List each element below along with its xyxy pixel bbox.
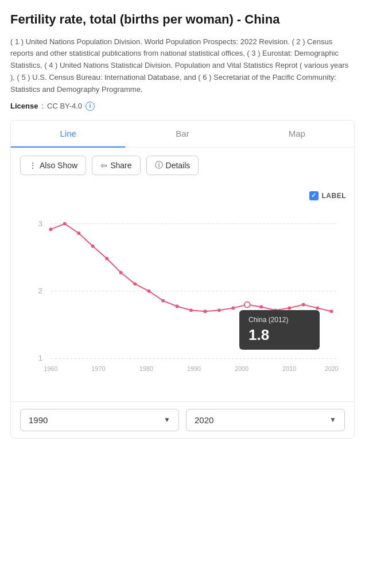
chart-toolbar: ⋮ Also Show ⇦ Share ⓘ Details: [11, 148, 354, 183]
tab-map[interactable]: Map: [240, 121, 354, 148]
license-row: License : CC BY-4.0 i: [10, 102, 355, 111]
details-icon: ⓘ: [155, 160, 163, 171]
share-icon: ⇦: [100, 161, 107, 170]
svg-point-9: [91, 244, 95, 247]
also-show-button[interactable]: ⋮ Also Show: [20, 156, 86, 175]
end-year-value: 2020: [195, 415, 213, 425]
svg-point-17: [204, 310, 207, 313]
also-show-label: Also Show: [40, 161, 77, 170]
details-button[interactable]: ⓘ Details: [146, 156, 199, 175]
tooltip-value: 1.8: [248, 326, 310, 344]
tab-bar[interactable]: Bar: [125, 121, 239, 148]
svg-text:3: 3: [38, 219, 42, 227]
chart-tabs: Line Bar Map: [11, 121, 354, 148]
svg-text:2020: 2020: [325, 365, 339, 372]
svg-point-6: [49, 227, 52, 231]
chart-bottom: 1990 ▼ 2020 ▼: [11, 401, 354, 438]
svg-point-24: [302, 303, 305, 306]
label-text: LABEL: [322, 192, 347, 200]
svg-point-26: [330, 310, 333, 313]
chart-area[interactable]: ✓ LABEL 3 2 1: [11, 183, 354, 401]
label-checkbox-row: ✓ LABEL: [309, 191, 347, 200]
svg-text:1: 1: [38, 354, 42, 362]
svg-point-8: [77, 231, 80, 235]
page-title: Fertility rate, total (births per woman)…: [10, 11, 355, 28]
svg-point-16: [189, 308, 193, 312]
svg-text:1980: 1980: [139, 365, 153, 372]
share-button[interactable]: ⇦ Share: [92, 156, 140, 175]
tab-line[interactable]: Line: [11, 121, 125, 148]
svg-point-23: [288, 306, 291, 310]
svg-point-13: [147, 289, 151, 293]
start-year-chevron: ▼: [164, 416, 170, 424]
svg-point-21: [259, 305, 263, 308]
svg-point-14: [161, 299, 165, 302]
svg-point-25: [316, 306, 319, 310]
svg-text:2010: 2010: [282, 365, 296, 372]
svg-point-19: [231, 306, 235, 310]
svg-point-18: [218, 308, 221, 312]
license-info-icon[interactable]: i: [86, 102, 95, 111]
chart-svg: 3 2 1: [34, 189, 348, 396]
end-year-select[interactable]: 2020 ▼: [186, 409, 345, 431]
svg-point-20: [244, 301, 250, 307]
svg-point-15: [176, 304, 179, 308]
details-label: Details: [166, 161, 191, 170]
svg-point-10: [105, 257, 108, 260]
svg-text:2000: 2000: [235, 365, 248, 372]
tooltip-title: China (2012): [248, 316, 310, 324]
license-value: CC BY-4.0: [47, 102, 82, 110]
end-year-chevron: ▼: [329, 416, 336, 424]
chart-container: Line Bar Map ⋮ Also Show ⇦ Share ⓘ Detai…: [10, 120, 355, 439]
svg-point-12: [133, 282, 137, 285]
license-label: License: [10, 102, 38, 110]
svg-point-11: [119, 270, 123, 274]
svg-point-7: [63, 222, 67, 225]
svg-text:1970: 1970: [92, 365, 106, 372]
start-year-value: 1990: [29, 415, 48, 425]
svg-text:2: 2: [38, 287, 42, 295]
label-checkbox[interactable]: ✓: [309, 191, 319, 200]
share-label: Share: [110, 161, 131, 170]
start-year-select[interactable]: 1990 ▼: [20, 409, 179, 431]
also-show-icon: ⋮: [29, 161, 37, 170]
svg-text:1960: 1960: [44, 365, 57, 372]
chart-tooltip: China (2012) 1.8: [239, 310, 320, 350]
source-text: ( 1 ) United Nations Population Division…: [10, 36, 355, 96]
svg-text:1990: 1990: [187, 365, 201, 372]
